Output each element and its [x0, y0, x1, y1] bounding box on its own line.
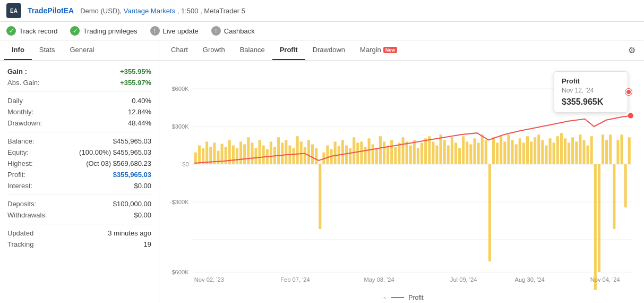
highest-label: Highest: [7, 159, 33, 167]
left-tabs: Info Stats General [0, 40, 159, 61]
svg-rect-71 [420, 142, 423, 164]
svg-rect-118 [598, 164, 600, 272]
monthly-label: Monthly: [7, 108, 33, 116]
svg-text:May 08, '24: May 08, '24 [364, 276, 394, 283]
chart-tab-drawdown[interactable]: Drawdown [305, 40, 353, 60]
svg-rect-81 [458, 148, 461, 164]
svg-rect-16 [213, 142, 216, 164]
svg-rect-64 [394, 147, 397, 164]
abs-gain-label: Abs. Gain: [7, 79, 40, 87]
info-row-tracking: Tracking 19 [7, 239, 151, 250]
balance-label: Balance: [7, 137, 35, 145]
chart-legend: → Profit [165, 291, 639, 303]
app-logo: EA [6, 3, 21, 18]
svg-text:$600K: $600K [171, 86, 189, 92]
track-record-label: Track record [19, 27, 57, 35]
svg-rect-26 [251, 142, 253, 164]
chart-area: $600K $300K $0 -$300K -$600K [159, 61, 644, 303]
info-row-monthly: Monthly: 12.84% [7, 106, 151, 117]
svg-rect-13 [202, 148, 204, 164]
svg-rect-58 [372, 144, 374, 164]
chart-tab-profit[interactable]: Profit [272, 40, 305, 60]
svg-rect-42 [311, 144, 314, 164]
svg-rect-82 [462, 136, 465, 164]
right-panel: Chart Growth Balance Profit Drawdown Mar… [159, 40, 644, 301]
chart-tab-margin[interactable]: Margin New [353, 40, 405, 60]
svg-rect-39 [300, 141, 303, 164]
left-panel: Info Stats General Gain : +355.95% Abs. … [0, 40, 159, 301]
info-row-interest: Interest: $0.00 [7, 180, 151, 191]
deposits-label: Deposits: [7, 200, 36, 208]
svg-rect-87 [481, 134, 484, 164]
svg-rect-60 [379, 136, 382, 164]
divider-4 [7, 224, 151, 224]
interest-label: Interest: [7, 182, 32, 190]
header: EA TradePilotEA Demo (USD), Vantage Mark… [0, 0, 644, 22]
drawdown-label: Drawdown: [7, 119, 42, 127]
svg-rect-65 [398, 142, 400, 164]
settings-icon[interactable]: ⚙ [624, 41, 640, 60]
tab-general[interactable]: General [62, 40, 101, 60]
svg-rect-98 [522, 142, 525, 164]
highest-value: (Oct 03) $569,680.23 [86, 159, 151, 167]
svg-text:$300K: $300K [171, 123, 189, 130]
svg-rect-94 [507, 134, 510, 164]
status-bar: ✓ Track record ✓ Trading privileges ! Li… [0, 22, 644, 40]
warn-icon-cashback: ! [211, 26, 221, 36]
chart-tab-chart[interactable]: Chart [164, 40, 195, 60]
svg-rect-23 [239, 141, 242, 164]
svg-rect-101 [534, 137, 536, 164]
svg-rect-86 [477, 142, 480, 164]
svg-rect-61 [383, 141, 385, 164]
svg-rect-80 [454, 142, 457, 164]
svg-rect-91 [496, 142, 499, 164]
svg-rect-89 [488, 164, 491, 262]
balance-value: $455,965.03 [113, 137, 151, 145]
svg-rect-25 [247, 137, 250, 164]
new-badge: New [383, 47, 398, 53]
svg-rect-66 [402, 137, 405, 164]
withdrawals-label: Withdrawals: [7, 211, 47, 219]
daily-value: 0.40% [132, 97, 151, 105]
deposits-value: $100,000.00 [113, 200, 151, 208]
svg-rect-114 [582, 140, 585, 164]
svg-rect-22 [236, 148, 238, 164]
chart-tab-growth[interactable]: Growth [195, 40, 233, 60]
svg-rect-29 [262, 145, 265, 164]
svg-rect-41 [307, 140, 310, 164]
svg-rect-68 [409, 145, 412, 164]
svg-rect-109 [564, 138, 566, 164]
live-update-label: Live update [163, 27, 199, 35]
svg-text:-$600K: -$600K [170, 269, 190, 275]
svg-rect-116 [590, 136, 593, 164]
equity-value: (100.00%) $455,965.03 [79, 148, 151, 156]
svg-rect-122 [613, 164, 615, 229]
legend-label: Profit [408, 294, 423, 301]
svg-rect-19 [225, 147, 227, 164]
svg-rect-95 [511, 140, 513, 164]
svg-rect-48 [334, 141, 337, 164]
cashback-label: Cashback [224, 27, 255, 35]
tab-stats[interactable]: Stats [32, 40, 63, 60]
svg-rect-53 [353, 137, 355, 164]
svg-rect-34 [281, 142, 284, 164]
svg-rect-55 [360, 141, 363, 164]
updated-label: Updated [7, 229, 33, 237]
svg-rect-77 [443, 140, 446, 164]
header-meta: Demo (USD), Vantage Markets , 1:500 , Me… [80, 7, 245, 15]
main-content: Info Stats General Gain : +355.95% Abs. … [0, 40, 644, 301]
info-row-daily: Daily 0.40% [7, 95, 151, 106]
broker-link[interactable]: Vantage Markets [124, 7, 175, 15]
svg-rect-104 [545, 145, 547, 164]
chart-tab-balance[interactable]: Balance [233, 40, 272, 60]
svg-rect-126 [628, 137, 631, 164]
tab-info[interactable]: Info [4, 40, 32, 60]
svg-rect-62 [387, 145, 389, 164]
updated-value: 3 minutes ago [108, 229, 151, 237]
svg-rect-96 [515, 144, 518, 164]
svg-rect-108 [560, 133, 563, 164]
app-name[interactable]: TradePilotEA [28, 6, 74, 15]
status-trading-privileges: ✓ Trading privileges [70, 26, 137, 36]
divider-2 [7, 132, 151, 132]
info-panel: Gain : +355.95% Abs. Gain: +355.97% Dail… [0, 61, 159, 301]
